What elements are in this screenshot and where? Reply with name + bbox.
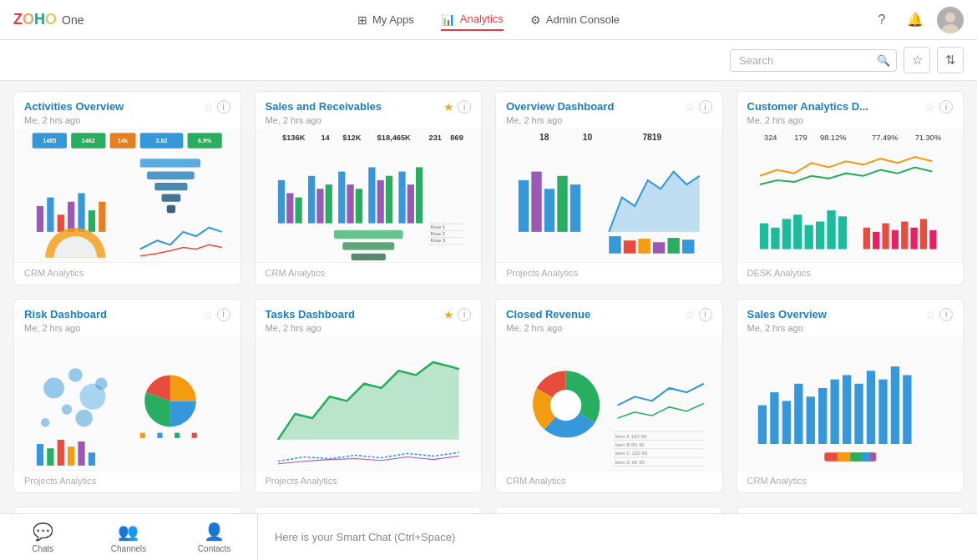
card-timetracking[interactable]: Time Tracking Dashb... Me, 2 hrs ago ☆ i…: [737, 507, 964, 513]
card-preview: 18 10 7819: [496, 129, 722, 262]
svg-rect-122: [782, 401, 790, 444]
card-salesoverview[interactable]: Sales Overview Me, 2 hrs ago ☆ i: [737, 299, 964, 493]
svg-rect-61: [544, 189, 554, 232]
card-meta: Me, 2 hrs ago: [24, 323, 107, 333]
svg-rect-128: [854, 384, 863, 444]
help-button[interactable]: ?: [870, 8, 893, 32]
svg-rect-103: [37, 444, 43, 466]
bottom-channels[interactable]: 👥 Channels: [86, 514, 172, 560]
svg-text:231: 231: [428, 134, 442, 142]
card-preview: [14, 336, 240, 470]
info-icon[interactable]: i: [699, 100, 712, 114]
tab-adminconsole[interactable]: ⚙ Admin Console: [530, 10, 620, 30]
analytics-icon: 📊: [441, 13, 455, 26]
card-footer: Projects Analytics: [256, 470, 482, 492]
card-risk[interactable]: Risk Dashboard Me, 2 hrs ago ☆ i: [13, 299, 241, 493]
sort-button[interactable]: ⇅: [937, 47, 964, 73]
svg-marker-64: [609, 172, 699, 232]
svg-rect-35: [316, 189, 323, 223]
bottom-contacts[interactable]: 👤 Contacts: [171, 514, 257, 560]
svg-rect-88: [901, 221, 908, 249]
info-icon[interactable]: i: [458, 100, 471, 114]
star-icon[interactable]: ★: [443, 100, 454, 114]
svg-rect-85: [873, 232, 879, 250]
svg-text:$136K: $136K: [282, 134, 306, 142]
card-footer: CRM Analytics: [14, 262, 240, 285]
svg-rect-104: [47, 448, 53, 466]
svg-rect-15: [58, 214, 64, 232]
svg-text:18: 18: [539, 133, 549, 142]
svg-point-1: [945, 13, 955, 23]
svg-rect-69: [667, 238, 679, 254]
card-title: Closed Revenue: [506, 308, 590, 322]
svg-rect-41: [377, 180, 383, 224]
card-footer: Projects Analytics: [14, 470, 240, 492]
svg-text:179: 179: [794, 134, 807, 142]
contacts-label: Contacts: [198, 544, 230, 553]
avatar[interactable]: [937, 7, 964, 33]
svg-point-93: [68, 368, 83, 382]
card-products[interactable]: Products & Inventory Me, 2 hrs ago ☆ i 5…: [495, 507, 723, 513]
notifications-button[interactable]: 🔔: [904, 8, 927, 32]
card-footer: CRM Analytics: [737, 470, 964, 492]
top-nav: ZOHO One ⊞ My Apps 📊 Analytics ⚙ Admin C…: [0, 0, 977, 40]
card-overview[interactable]: Overview Dashboard Me, 2 hrs ago ☆ i 18 …: [495, 91, 723, 285]
card-pipeline[interactable]: Pipeline History Me, 2 hrs ago ★ i: [13, 507, 241, 513]
svg-text:$18,465K: $18,465K: [377, 134, 411, 142]
svg-rect-21: [147, 172, 195, 179]
card-preview: [256, 336, 482, 470]
card-title: Sales Overview: [747, 308, 827, 322]
zoho-logo: ZOHO: [13, 11, 57, 28]
info-icon[interactable]: i: [939, 308, 953, 321]
svg-rect-91: [929, 230, 936, 250]
activities-chart: 1485 1462 14k 3.82 6.9%: [14, 129, 240, 262]
svg-point-98: [41, 418, 49, 426]
svg-rect-65: [609, 236, 620, 254]
card-sales[interactable]: Sales and Receivables Me, 2 hrs ago ★ i …: [255, 91, 483, 285]
nav-tabs: ⊞ My Apps 📊 Analytics ⚙ Admin Console: [357, 9, 620, 31]
svg-rect-130: [878, 379, 887, 443]
card-meta: Me, 2 hrs ago: [506, 323, 590, 333]
star-icon[interactable]: ☆: [203, 100, 214, 114]
star-icon[interactable]: ☆: [203, 308, 214, 321]
info-icon[interactable]: i: [217, 308, 230, 321]
svg-rect-70: [682, 240, 694, 254]
svg-rect-34: [307, 176, 314, 224]
card-tasks[interactable]: Tasks Dashboard Me, 2 hrs ago ★ i: [255, 299, 483, 493]
adminconsole-icon: ⚙: [530, 13, 541, 27]
svg-point-92: [43, 377, 64, 398]
card-customer[interactable]: Customer Analytics D... Me, 2 hrs ago ☆ …: [737, 91, 964, 285]
tab-analytics[interactable]: 📊 Analytics: [441, 9, 504, 31]
star-icon[interactable]: ☆: [685, 308, 696, 321]
info-icon[interactable]: i: [939, 100, 953, 114]
bottom-chats[interactable]: 💬 Chats: [0, 514, 86, 560]
smart-chat-bar[interactable]: Here is your Smart Chat (Ctrl+Space): [257, 514, 977, 560]
star-icon[interactable]: ☆: [925, 308, 936, 321]
svg-rect-123: [794, 384, 802, 444]
card-footer: Projects Analytics: [496, 262, 722, 285]
logo: ZOHO One: [13, 11, 84, 28]
card-financial[interactable]: Financial Health Overview Me, 2 hrs ago …: [255, 507, 483, 513]
info-icon[interactable]: i: [217, 100, 230, 114]
star-icon[interactable]: ☆: [925, 100, 936, 114]
svg-rect-131: [890, 366, 899, 444]
svg-rect-120: [757, 405, 766, 443]
svg-rect-105: [58, 440, 64, 466]
card-closed[interactable]: Closed Revenue Me, 2 hrs ago ☆ i: [495, 299, 723, 493]
svg-text:7819: 7819: [642, 133, 661, 142]
info-icon[interactable]: i: [458, 308, 471, 321]
analytics-label: Analytics: [460, 13, 504, 25]
svg-rect-45: [416, 167, 423, 223]
svg-text:14k: 14k: [118, 136, 129, 144]
info-icon[interactable]: i: [699, 308, 712, 321]
search-input[interactable]: [730, 49, 897, 72]
svg-rect-59: [519, 180, 529, 232]
card-activities[interactable]: Activities Overview Me, 2 hrs ago ☆ i 14…: [13, 91, 241, 285]
svg-text:Row 1: Row 1: [430, 224, 445, 230]
star-icon[interactable]: ☆: [685, 100, 696, 114]
tab-myapps[interactable]: ⊞ My Apps: [357, 10, 414, 30]
favorites-button[interactable]: ☆: [904, 47, 930, 73]
star-icon[interactable]: ★: [443, 308, 454, 321]
svg-text:6.9%: 6.9%: [198, 136, 212, 144]
risk-chart: [14, 336, 240, 470]
